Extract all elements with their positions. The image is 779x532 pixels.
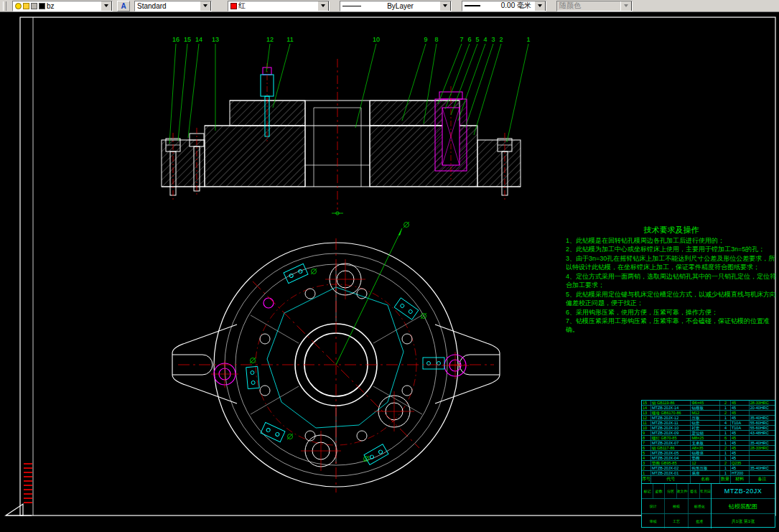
bom-cell-mat: 45 [731, 436, 750, 440]
bom-cell-mat: 45 [731, 456, 750, 460]
color-name: 红 [238, 1, 316, 11]
bom-cell-note: 55-60HRC [750, 421, 775, 425]
signature-cell: 设计 [642, 499, 665, 513]
signature-cell: 年月日 [700, 484, 711, 498]
text-style-name: Standard [137, 2, 198, 10]
text-style-dropdown-button[interactable] [200, 1, 211, 11]
pocket-contour [267, 287, 404, 428]
bom-row: 15销 GB119-86Φ6×4524528-33HRC [642, 401, 775, 406]
bom-cell-mat: 45 [731, 416, 750, 420]
bom-cell-note [750, 411, 775, 415]
tech-note-item: 7、钻模压紧采用工形钩压紧，压紧牢靠，不会磕碰，保证钻模的位置准确。 [566, 317, 777, 335]
bom-cell-qty: 1 [720, 471, 731, 475]
signature-grid: 标记处数分区更改文件号签名年月日设计校核标准化审核工艺批准 [642, 484, 712, 528]
callout-number: 7 [460, 36, 463, 43]
properties-toolbar: bz A Standard 红 ByLayer 0.00 毫米 随颜色 [0, 0, 779, 12]
bom-row: 13螺母 GB6170-86M12245 [642, 411, 775, 416]
bom-cell-code: MTZB-20JX-12 [651, 416, 691, 420]
current-color-swatch [230, 3, 237, 9]
bom-header-row: 序号代号名称数量材料备注 [642, 476, 775, 484]
chevron-down-icon [104, 4, 108, 7]
bom-header-cell: 代号 [651, 476, 691, 483]
bom-cell-code: MTZB-20JX-05 [651, 451, 691, 455]
bom-table: 15销 GB119-86Φ6×4524528-33HRC14MTZB-20JX-… [642, 401, 775, 476]
bom-cell-name: Φ6×45 [691, 401, 720, 405]
bom-row: 5MTZB-20JX-05钻模体145 [642, 451, 775, 456]
bom-cell-seq: 14 [642, 406, 651, 410]
linetype-combo[interactable]: ByLayer [340, 1, 452, 11]
linetype-dropdown-button[interactable] [439, 1, 451, 11]
section-dim-mark [332, 212, 343, 215]
bom-cell-mat: Q235 [731, 461, 750, 465]
bom-row: 8螺钉 GB70-85M8×25645 [642, 436, 775, 441]
bom-cell-mat: HT200 [731, 471, 750, 475]
layer-dropdown-button[interactable] [101, 1, 112, 11]
bom-cell-code: MTZB-20JX-01 [651, 471, 691, 475]
bom-cell-code: MTZB-20JX-07 [651, 441, 691, 445]
tech-note-item: 5、此钻模采用定位键与机床定位槽定位方式，以减少钻模直线与机床方向偏差校正问题，… [566, 291, 777, 308]
bom-row: 9MTZB-20JX-09定位销14543-48HRC [642, 431, 775, 436]
bom-cell-note: 55-60HRC [750, 426, 775, 430]
linetype-name: ByLayer [363, 2, 438, 10]
bom-cell-name: M12 [691, 411, 720, 415]
bom-cell-note: 35-40HRC [750, 416, 775, 420]
bom-cell-mat: 45 [731, 411, 750, 415]
toolbar-grip[interactable] [3, 1, 6, 11]
callout-number: 9 [424, 36, 427, 43]
bom-cell-seq: 6 [642, 446, 651, 450]
bom-cell-code: MTZB-20JX-09 [651, 431, 691, 435]
drawing-title: 钻模装配图 [729, 503, 757, 510]
bom-cell-code: 销 GB119-86 [651, 401, 691, 405]
bom-cell-name: 12 [691, 461, 720, 465]
drawing-canvas[interactable]: 16151413121110987654321 [0, 12, 779, 532]
callout-leader [169, 44, 176, 144]
technical-notes-title: 技术要求及操作 [566, 225, 777, 235]
bom-cell-qty: 1 [720, 431, 731, 435]
text-style-combo[interactable]: Standard [134, 1, 212, 11]
signature-cell: 校核 [665, 499, 688, 513]
bom-cell-name: A8×35 [691, 446, 720, 450]
color-combo[interactable]: 红 [228, 1, 330, 11]
technical-notes: 技术要求及操作 1、此钻模是在回转钻孔模周边各孔加工后进行使用的；2、此钻模为加… [566, 225, 777, 335]
text-style-button[interactable]: A [117, 1, 130, 11]
bom-cell-note: 35-40HRC [750, 466, 775, 470]
plan-view [172, 222, 500, 493]
bom-cell-mat: T10A [731, 426, 750, 430]
lineweight-combo[interactable]: 0.00 毫米 [462, 1, 546, 11]
layer-name: bz [47, 2, 99, 10]
signature-cell: 标记 [642, 484, 653, 498]
bom-cell-note: 35-40HRC [750, 441, 775, 445]
callout-number: 16 [172, 36, 179, 43]
bom-row: 2MTZB-20JX-02钩形压板14535-40HRC [642, 466, 775, 471]
signature-cell: 签名 [689, 484, 700, 498]
callout-number: 13 [212, 36, 219, 43]
callout-number: 4 [483, 36, 487, 43]
bom-row: 7MTZB-20JX-07支承板14535-40HRC [642, 441, 775, 446]
bom-cell-mat: 45 [731, 451, 750, 455]
bom-cell-code: MTZB-20JX-14 [651, 406, 691, 410]
bom-cell-seq: 15 [642, 401, 651, 405]
bom-cell-name: 衬套 [691, 426, 720, 430]
layer-combo[interactable]: bz [12, 1, 113, 11]
signature-cell: 更改文件号 [677, 484, 689, 498]
callout-number: 5 [475, 36, 479, 43]
chevron-down-icon [203, 4, 207, 7]
bom-cell-code: MTZB-20JX-04 [651, 456, 691, 460]
technical-notes-list: 1、此钻模是在回转钻孔模周边各孔加工后进行使用的；2、此钻模为加工中心或坐标镗床… [566, 237, 777, 335]
bom-cell-code: MTZB-20JX-10 [651, 426, 691, 430]
text-style-icon: A [121, 2, 126, 10]
callout-leader [188, 44, 199, 138]
bom-cell-mat: 45 [731, 446, 750, 450]
callout-leader [507, 44, 528, 142]
chevron-down-icon [443, 4, 447, 7]
lineweight-dropdown-button[interactable] [534, 1, 546, 11]
bom-cell-note: 28-33HRC [750, 401, 775, 405]
bom-cell-seq: 5 [642, 451, 651, 455]
bom-cell-name: 定位销 [691, 431, 720, 435]
bom-cell-name: 钻模板 [691, 406, 720, 410]
bom-cell-note [750, 451, 775, 455]
callout-leader [273, 44, 290, 108]
bom-cell-qty: 1 [720, 406, 731, 410]
color-dropdown-button[interactable] [317, 1, 329, 11]
plot-style-value: 随颜色 [559, 1, 619, 11]
